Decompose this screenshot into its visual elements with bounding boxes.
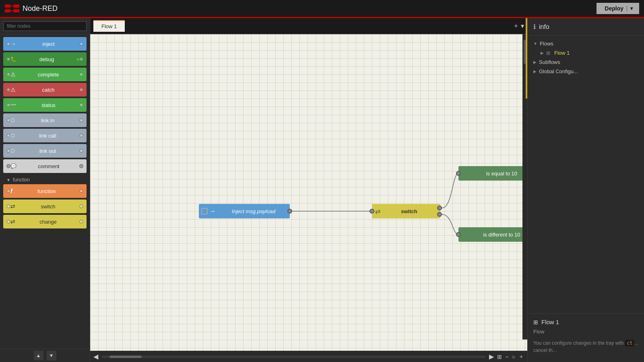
inject-icon: → xyxy=(10,41,16,47)
switch-out-port-1 xyxy=(437,206,442,210)
scroll-down-button[interactable]: ▼ xyxy=(47,351,56,360)
svg-rect-0 xyxy=(5,4,10,8)
inject-label: inject xyxy=(18,41,79,47)
debug-label: debug xyxy=(18,56,75,62)
right-panel-header: ℹ info xyxy=(528,18,644,36)
switch-out-port-2 xyxy=(437,212,442,217)
svg-rect-1 xyxy=(14,4,19,8)
inject-left-port xyxy=(6,42,10,46)
linkout-left-port xyxy=(6,149,10,153)
sidebar-item-link-out[interactable]: ⬡ link out xyxy=(3,144,87,158)
switch-right-port xyxy=(79,204,83,208)
switch-arrow-icon: ⇄ xyxy=(375,208,380,215)
canvas-zoom-in-button[interactable]: ＋ xyxy=(518,353,524,360)
linkin-icon: ⬡ xyxy=(10,117,14,123)
section-function[interactable]: ▼ function xyxy=(3,175,87,184)
info-title: info xyxy=(539,23,549,31)
main-area: → inject 🐛 debug ≡ ⚠ complete xyxy=(0,18,644,362)
catch-label: catch xyxy=(17,87,79,93)
subflows-chevron: ▶ xyxy=(533,60,537,64)
sidebar-item-link-in[interactable]: ⬡ link in xyxy=(3,113,87,127)
complete-left-port xyxy=(6,72,10,76)
inject-arrow-icon: → xyxy=(209,208,216,215)
function-right-port xyxy=(79,189,83,193)
change-label: change xyxy=(17,219,79,225)
status-left-port xyxy=(6,103,10,107)
selected-description: You can configure changes in the tray wi… xyxy=(533,336,638,357)
linkin-right-port xyxy=(79,118,83,122)
canvas-inject-node[interactable]: → Inject msg.payload xyxy=(199,204,290,218)
subflows-label: Subflows xyxy=(539,59,560,65)
add-tab-button[interactable]: ＋ xyxy=(513,22,519,30)
canvas-equal-node[interactable]: is equal to 10 ≡ xyxy=(458,166,527,181)
logo-icon xyxy=(5,3,19,14)
diff-node-label: is different to 10 xyxy=(458,232,527,238)
search-input[interactable] xyxy=(3,21,87,31)
comment-left-port xyxy=(6,164,10,168)
canvas[interactable]: → Inject msg.payload ⇄ switch xyxy=(90,34,527,351)
diff-node-in-port xyxy=(456,232,461,237)
tree-flow1[interactable]: ▶ ⊞ Flow 1 xyxy=(531,48,641,58)
inject-right-port xyxy=(79,42,83,46)
hscroll-thumb xyxy=(109,356,142,358)
flow1-tree-icon: ⊞ xyxy=(546,50,550,56)
sidebar-item-link-call[interactable]: ⬡ link call xyxy=(3,129,87,142)
deploy-label: Deploy xyxy=(603,5,625,12)
selected-title-icon: ⊞ xyxy=(533,319,538,325)
sidebar-item-switch[interactable]: ⇄ switch xyxy=(3,200,87,213)
topbar: Node-RED Deploy ▾ xyxy=(0,0,644,18)
sidebar-item-complete[interactable]: ⚠ complete xyxy=(3,68,87,81)
canvas-map-button[interactable]: ⊞ xyxy=(497,354,502,360)
complete-right-port xyxy=(79,72,83,76)
switch-node-in-port xyxy=(369,209,374,214)
sidebar-item-function[interactable]: f function xyxy=(3,184,87,198)
function-label: function xyxy=(14,188,79,194)
deploy-arrow-icon: ▾ xyxy=(627,6,633,11)
sidebar-item-change[interactable]: ⇄ change xyxy=(3,215,87,228)
flows-chevron: ▼ xyxy=(533,41,537,46)
svg-rect-3 xyxy=(14,9,19,12)
hscroll-track[interactable] xyxy=(101,356,486,358)
canvas-zoom-reset-button[interactable]: ○ xyxy=(512,354,515,360)
tree-flows[interactable]: ▼ Flows xyxy=(531,39,641,48)
deploy-button[interactable]: Deploy ▾ xyxy=(597,3,639,14)
change-icon: ⇄ xyxy=(10,218,15,225)
sidebar-scroll-arrows: ▲ ▼ xyxy=(0,349,90,362)
app-title: Node-RED xyxy=(23,4,58,13)
linkout-label: link out xyxy=(16,148,79,154)
desc-text2: ... xyxy=(634,340,638,346)
comment-icon: 💬 xyxy=(10,163,17,169)
info-icon: ℹ xyxy=(533,23,536,31)
switch-label: switch xyxy=(17,204,79,210)
function-left-port xyxy=(6,189,10,193)
desc-text: You can configure changes in the tray wi… xyxy=(533,340,625,346)
selected-title: Flow 1 xyxy=(541,319,559,325)
tree-global-config[interactable]: ▶ Global Configu... xyxy=(531,67,641,76)
logo: Node-RED xyxy=(5,3,58,14)
section-function-label: function xyxy=(13,177,30,183)
sidebar-item-comment[interactable]: 💬 comment xyxy=(3,159,87,173)
desc-code: ct xyxy=(625,340,634,346)
scroll-up-button[interactable]: ▲ xyxy=(34,351,43,360)
tab-flow1[interactable]: Flow 1 xyxy=(93,20,125,32)
connections-svg xyxy=(90,34,527,351)
equal-node-in-port xyxy=(456,171,461,176)
sidebar-item-debug[interactable]: 🐛 debug ≡ xyxy=(3,52,87,66)
sidebar-item-inject[interactable]: → inject xyxy=(3,37,87,51)
flows-label: Flows xyxy=(540,41,553,47)
sidebar-item-catch[interactable]: ⚠ catch xyxy=(3,83,87,97)
status-right-port xyxy=(79,103,83,107)
canvas-switch-node[interactable]: ⇄ switch xyxy=(372,204,440,218)
flow1-chevron: ▶ xyxy=(541,51,544,55)
tab-actions: ＋ ▾ xyxy=(513,22,524,30)
section-chevron: ▼ xyxy=(6,178,10,182)
change-right-port xyxy=(79,220,83,224)
tree-subflows[interactable]: ▶ Subflows xyxy=(531,58,641,67)
switch-out-ports xyxy=(435,205,440,218)
tab-menu-button[interactable]: ▾ xyxy=(521,22,524,30)
canvas-zoom-out-button[interactable]: − xyxy=(505,354,508,360)
debug-icon: 🐛 xyxy=(10,56,17,62)
canvas-diff-node[interactable]: is different to 10 ≡ xyxy=(458,227,527,242)
scroll-left-arrow: ◀ xyxy=(93,353,98,360)
sidebar-item-status[interactable]: 〰 status xyxy=(3,98,87,112)
